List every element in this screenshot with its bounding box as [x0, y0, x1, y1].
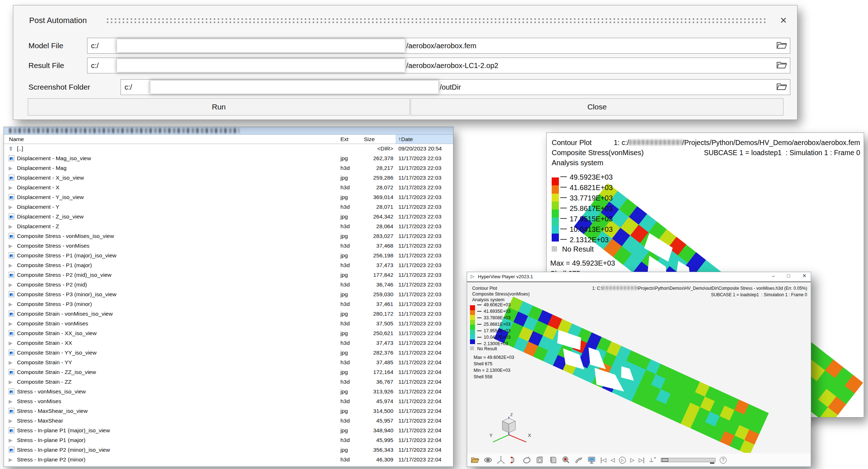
file-size: 256,198 [349, 252, 393, 259]
browse-model-file-button[interactable] [776, 41, 787, 50]
file-row[interactable]: Composite Stress - P2 (mid) h3d 36,746 1… [4, 280, 453, 290]
file-size: 28,071 [349, 204, 393, 210]
file-name: Stress - vonMises_iso_view [17, 388, 86, 395]
zoom-magnifier-icon[interactable] [561, 456, 570, 464]
file-row[interactable]: Stress - MaxShear h3d 45,957 11/17/2023 … [4, 416, 453, 426]
file-name: Composite Stress - vonMises_iso_view [17, 233, 114, 239]
open-folder-icon[interactable] [471, 456, 479, 464]
file-row[interactable]: Composite Stress - P3 (minor)_iso_view j… [4, 290, 453, 299]
column-header-name[interactable]: Name [9, 136, 24, 143]
play-button[interactable]: ▷ [619, 457, 626, 464]
file-row[interactable]: Composite Stress - P1 (major) h3d 37,473… [4, 261, 453, 270]
file-size: 36,746 [349, 281, 393, 288]
file-list-header: Name Ext Size ↑Date [4, 135, 453, 144]
go-last-frame-button[interactable]: ▷| [639, 457, 645, 463]
column-header-date[interactable]: ↑Date [395, 135, 453, 144]
model-file-input[interactable]: c:/ /aerobox/aerobox.fem [87, 38, 790, 54]
file-row[interactable]: Stress - vonMises_iso_view jpg 313,926 1… [4, 387, 453, 397]
file-row[interactable]: Composite Strain - XX_iso_view jpg 250,6… [4, 329, 453, 338]
column-header-size[interactable]: Size [364, 136, 375, 143]
redacted-path-segment [150, 81, 438, 94]
file-row[interactable]: Displacement - X_iso_view jpg 259,286 11… [4, 173, 453, 183]
close-button[interactable]: Close [411, 98, 783, 116]
projector-icon[interactable] [535, 456, 544, 464]
file-type-icon [9, 369, 14, 375]
file-size: 46,309 [349, 456, 393, 463]
post-automation-dialog: Post Automation ✕ Model File c:/ /aerobo… [13, 5, 797, 120]
legend-value: 2.1312E+03 [560, 236, 613, 246]
step-back-button[interactable]: ◁ [611, 457, 615, 463]
file-row[interactable]: Composite Stress - P3 (minor) h3d 37,461… [4, 299, 453, 309]
close-icon[interactable]: ✕ [780, 16, 787, 25]
no-result-swatch [552, 246, 557, 252]
file-row[interactable]: Composite Stress - P2 (mid)_iso_view jpg… [4, 270, 453, 280]
plot-type-label: Contour Plot [552, 139, 592, 147]
redacted-path-segment [629, 140, 682, 145]
player-title-bar[interactable]: ▷ HyperView Player v2023.1 – □ ✕ [467, 272, 811, 282]
rotate-3d-icon[interactable] [510, 456, 518, 464]
file-row[interactable]: Stress - In-plane P2 (minor) h3d 46,309 … [4, 455, 453, 465]
file-row[interactable]: Stress - In-plane P2 (minor)_iso_view jp… [4, 445, 453, 455]
file-row[interactable]: Displacement - Z h3d 28,064 11/17/2023 2… [4, 222, 453, 231]
file-row[interactable]: Composite Strain - YY_iso_view jpg 282,3… [4, 348, 453, 358]
file-ext: h3d [340, 165, 350, 171]
file-row[interactable]: Displacement - Y h3d 28,071 11/17/2023 2… [4, 202, 453, 212]
slider-handle[interactable] [662, 458, 668, 462]
file-name: Composite Strain - vonMises_iso_view [17, 311, 113, 317]
animation-timeline-slider[interactable] [661, 458, 715, 462]
file-size: 28,064 [349, 223, 393, 230]
file-date: 11/17/2023 22:03 [398, 155, 442, 162]
go-first-frame-button[interactable]: |◁ [600, 457, 606, 463]
close-icon[interactable]: ✕ [802, 273, 806, 279]
browse-result-file-button[interactable] [776, 60, 787, 70]
file-row[interactable]: Displacement - Z_iso_view jpg 264,342 11… [4, 212, 453, 222]
file-row[interactable]: Composite Stress - vonMises_iso_view jpg… [4, 231, 453, 241]
file-row[interactable]: Displacement - X h3d 28,072 11/17/2023 2… [4, 183, 453, 193]
file-row[interactable]: [..] <DIR> 09/20/2023 20:54 [4, 144, 453, 154]
file-row[interactable]: Composite Stress - vonMises h3d 37,468 1… [4, 241, 453, 251]
file-ext: jpg [340, 213, 348, 220]
player-toolbar: |◁ ◁ ▷ ▷ ▷| ⊥˅ ? [467, 454, 811, 466]
drag-handle-dots[interactable] [107, 18, 766, 23]
section-wedge-icon[interactable] [574, 456, 583, 464]
file-row[interactable]: Composite Strain - vonMises_iso_view jpg… [4, 309, 453, 319]
file-ext: h3d [340, 418, 350, 424]
file-row[interactable]: Stress - In-plane P1 (major) h3d 45,995 … [4, 436, 453, 445]
file-type-icon [9, 213, 14, 220]
column-header-ext[interactable]: Ext [340, 136, 348, 143]
file-name: Displacement - X [17, 184, 59, 191]
help-button[interactable]: ? [720, 457, 727, 464]
browse-screenshot-folder-button[interactable] [776, 82, 787, 91]
file-row[interactable]: Displacement - Y_iso_view jpg 369,014 11… [4, 193, 453, 202]
file-date: 11/17/2023 22:04 [398, 388, 442, 395]
panel-box-icon[interactable] [548, 456, 557, 464]
file-row[interactable]: Composite Strain - ZZ h3d 36,767 11/17/2… [4, 377, 453, 387]
run-button[interactable]: Run [28, 98, 410, 116]
result-file-input[interactable]: c:/ /aerobox/aerobox-LC1-2.op2 [87, 58, 790, 73]
legend-value: 41.6821E+03 [560, 184, 613, 194]
spin-dish-icon[interactable] [523, 456, 531, 464]
axes-tripod-icon[interactable] [497, 456, 505, 464]
file-ext: h3d [340, 243, 350, 249]
file-row[interactable]: Displacement - Mag_iso_view jpg 262,378 … [4, 154, 453, 163]
file-row[interactable]: Composite Strain - YY h3d 37,485 11/17/2… [4, 358, 453, 367]
file-row[interactable]: Composite Stress - P1 (major)_iso_view j… [4, 251, 453, 261]
view-eye-icon[interactable] [484, 456, 492, 464]
file-row[interactable]: Stress - In-plane P1 (major)_iso_view jp… [4, 426, 453, 436]
minimize-icon[interactable]: – [772, 273, 775, 279]
file-row[interactable]: Composite Strain - ZZ_iso_view jpg 172,1… [4, 367, 453, 377]
stat-line: Max = 49.5923E+03 [550, 258, 615, 269]
current-path-bar[interactable] [4, 127, 453, 135]
file-type-icon [9, 281, 14, 288]
stop-at-end-button[interactable]: ⊥˅ [649, 457, 656, 463]
subcase-line: SUBCASE 1 = loadstep1 : Simulation 1 : F… [704, 149, 860, 157]
screen-capture-icon[interactable] [587, 456, 596, 464]
file-row[interactable]: Composite Strain - vonMises h3d 37,505 1… [4, 319, 453, 329]
file-row[interactable]: Displacement - Mag h3d 28,217 11/17/2023… [4, 163, 453, 173]
step-forward-button[interactable]: ▷ [630, 457, 634, 463]
screenshot-folder-input[interactable]: c:/ /outDir [121, 79, 790, 95]
file-row[interactable]: Stress - MaxShear_iso_view jpg 314,500 1… [4, 406, 453, 416]
file-row[interactable]: Composite Strain - XX h3d 37,473 11/17/2… [4, 338, 453, 348]
maximize-icon[interactable]: □ [787, 273, 790, 279]
file-row[interactable]: Stress - vonMises h3d 45,974 11/17/2023 … [4, 397, 453, 406]
